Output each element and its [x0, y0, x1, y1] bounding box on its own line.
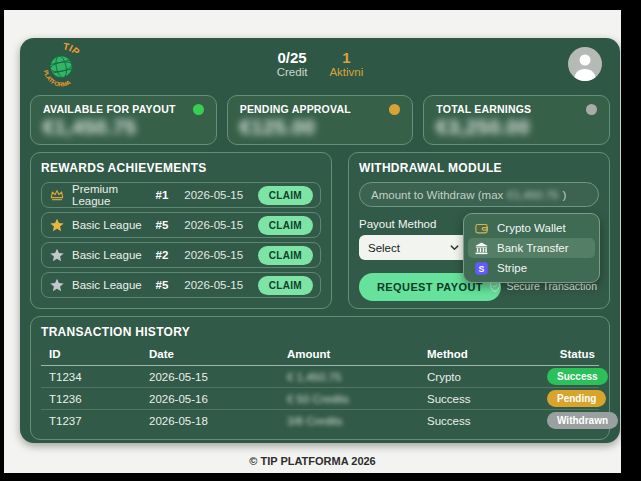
- tx-method: Crypto: [419, 366, 539, 387]
- reward-league: Basic League: [72, 219, 149, 231]
- table-row: T1237 2026-05-18 3/8 Credits Success Wit…: [41, 410, 599, 431]
- middle-section: REWARDS ACHIEVEMENTS Premium League #1 2…: [30, 152, 610, 309]
- tx-id: T1237: [41, 410, 141, 431]
- amount-placeholder-suffix: ): [562, 189, 566, 201]
- withdrawal-panel: WITHDRAWAL MODULE Amount to Withdraw (ma…: [348, 152, 610, 309]
- reward-date: 2026-05-15: [184, 219, 251, 231]
- dropdown-option-stripe[interactable]: S Stripe: [468, 258, 595, 278]
- stripe-icon: S: [474, 261, 489, 276]
- amount-placeholder-prefix: Amount to Withdraw (max: [371, 189, 503, 201]
- status-badge: Withdrawn: [547, 412, 618, 429]
- stat-pending-approval: PENDING APPROVAL €125.00: [227, 95, 414, 145]
- dashboard-card: TIP PLATFORMA 0/25 Credit 1 Aktivni: [20, 38, 620, 443]
- payout-method-dropdown: Crypto Wallet Bank Transfer S: [463, 213, 600, 283]
- tx-amount-blurred: € 50 Credits: [279, 388, 419, 409]
- status-badge: Pending: [547, 390, 606, 407]
- reward-date: 2026-05-15: [184, 279, 251, 291]
- tx-id: T1236: [41, 388, 141, 409]
- claim-button[interactable]: CLAIM: [258, 186, 313, 205]
- status-badge: Success: [547, 368, 608, 385]
- column-header-amount: Amount: [279, 346, 419, 366]
- column-header-method: Method: [419, 346, 539, 366]
- reward-league: Basic League: [72, 279, 149, 291]
- tx-date: 2026-05-18: [141, 410, 279, 431]
- table-row: T1236 2026-05-16 € 50 Credits Success Pe…: [41, 388, 599, 410]
- credit-value: 0/25: [277, 49, 308, 66]
- dropdown-option-label: Crypto Wallet: [497, 222, 566, 234]
- active-counter: 1 Aktivni: [329, 49, 363, 79]
- tx-id: T1234: [41, 366, 141, 387]
- crown-icon: [49, 187, 65, 203]
- dropdown-option-crypto-wallet[interactable]: Crypto Wallet: [468, 218, 595, 238]
- column-header-status: Status: [539, 346, 599, 366]
- stat-label: TOTAL EARNINGS: [436, 103, 531, 115]
- payout-method-select[interactable]: Select: [359, 235, 469, 260]
- stat-value-blurred: €1,450.75: [43, 116, 204, 139]
- reward-rank: #5: [156, 279, 178, 291]
- stat-value-blurred: €125.00: [240, 116, 401, 139]
- stat-available-payout: AVAILABLE FOR PAYOUT €1,450.75: [30, 95, 217, 145]
- dropdown-option-label: Stripe: [497, 262, 527, 274]
- reward-rank: #2: [156, 249, 178, 261]
- silver-star-icon: [49, 277, 65, 293]
- credit-counter: 0/25 Credit: [277, 49, 308, 79]
- gray-status-dot: [586, 104, 597, 115]
- rewards-title: REWARDS ACHIEVEMENTS: [41, 161, 321, 175]
- dropdown-option-bank-transfer[interactable]: Bank Transfer: [468, 238, 595, 258]
- tx-amount-blurred: € 1,450.75: [279, 366, 419, 387]
- amount-placeholder-max-blurred: €1,450.75: [507, 189, 558, 201]
- reward-row: Basic League #5 2026-05-15 CLAIM: [41, 272, 321, 298]
- transaction-history-panel: TRANSACTION HISTORY ID Date Amount Metho…: [30, 316, 610, 440]
- reward-row: Premium League #1 2026-05-15 CLAIM: [41, 182, 321, 208]
- svg-text:S: S: [479, 263, 485, 273]
- tx-method: Success: [419, 410, 539, 431]
- stat-value-blurred: €3,250.00: [436, 116, 597, 139]
- table-row: T1234 2026-05-15 € 1,450.75 Crypto Succe…: [41, 366, 599, 388]
- person-icon: [568, 47, 602, 81]
- column-header-date: Date: [141, 346, 279, 366]
- dropdown-option-label: Bank Transfer: [497, 242, 569, 254]
- reward-rank: #5: [156, 219, 178, 231]
- user-avatar[interactable]: [568, 47, 602, 81]
- reward-rank: #1: [156, 189, 178, 201]
- active-value: 1: [329, 49, 363, 66]
- tx-method: Success: [419, 388, 539, 409]
- reward-row: Basic League #2 2026-05-15 CLAIM: [41, 242, 321, 268]
- tx-date: 2026-05-15: [141, 366, 279, 387]
- reward-league: Premium League: [72, 183, 149, 207]
- transaction-table-header: ID Date Amount Method Status: [41, 346, 599, 366]
- withdrawal-title: WITHDRAWAL MODULE: [359, 161, 599, 175]
- reward-row: Basic League #5 2026-05-15 CLAIM: [41, 212, 321, 238]
- rewards-panel: REWARDS ACHIEVEMENTS Premium League #1 2…: [30, 152, 332, 309]
- stat-cards-row: AVAILABLE FOR PAYOUT €1,450.75 PENDING A…: [30, 95, 610, 145]
- reward-league: Basic League: [72, 249, 149, 261]
- claim-button[interactable]: CLAIM: [258, 276, 313, 295]
- bank-icon: [474, 241, 489, 256]
- active-label: Aktivni: [329, 66, 363, 79]
- stat-total-earnings: TOTAL EARNINGS €3,250.00: [423, 95, 610, 145]
- reward-date: 2026-05-15: [184, 189, 251, 201]
- header-stats: 0/25 Credit 1 Aktivni: [277, 49, 364, 79]
- transactions-title: TRANSACTION HISTORY: [41, 325, 599, 339]
- chevron-down-icon: [449, 242, 460, 253]
- silver-star-icon: [49, 247, 65, 263]
- tx-amount-blurred: 3/8 Credits: [279, 410, 419, 431]
- tx-date: 2026-05-16: [141, 388, 279, 409]
- gold-star-icon: [49, 217, 65, 233]
- app-header: TIP PLATFORMA 0/25 Credit 1 Aktivni: [30, 40, 610, 88]
- stat-label: AVAILABLE FOR PAYOUT: [43, 103, 176, 115]
- stat-label: PENDING APPROVAL: [240, 103, 351, 115]
- copyright-footer: © TIP PLATFORMA 2026: [4, 455, 621, 467]
- reward-date: 2026-05-15: [184, 249, 251, 261]
- amount-input[interactable]: Amount to Withdraw (max €1,450.75 ): [359, 182, 599, 207]
- select-value: Select: [368, 242, 400, 254]
- credit-label: Credit: [277, 66, 308, 79]
- tip-platforma-logo: TIP PLATFORMA: [38, 42, 84, 88]
- screenshot-frame: TIP PLATFORMA 0/25 Credit 1 Aktivni: [0, 0, 641, 481]
- claim-button[interactable]: CLAIM: [258, 216, 313, 235]
- column-header-id: ID: [41, 346, 141, 366]
- amber-status-dot: [389, 104, 400, 115]
- claim-button[interactable]: CLAIM: [258, 246, 313, 265]
- green-status-dot: [193, 104, 204, 115]
- page-background: TIP PLATFORMA 0/25 Credit 1 Aktivni: [4, 10, 621, 473]
